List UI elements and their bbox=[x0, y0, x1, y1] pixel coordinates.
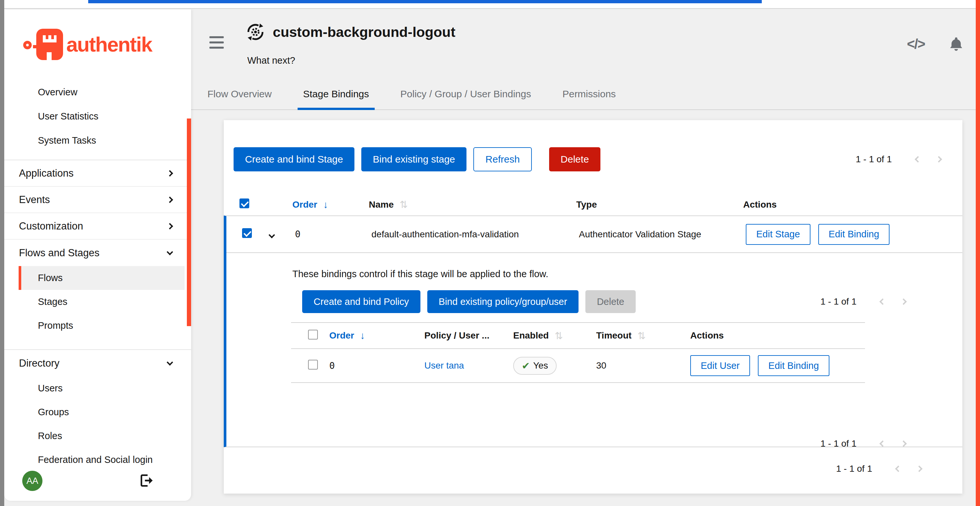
stage-toolbar: Create and bind Stage Bind existing stag… bbox=[234, 147, 949, 171]
chevron-right-icon bbox=[167, 170, 173, 177]
sidebar-item-groups[interactable]: Groups bbox=[19, 400, 185, 424]
pagination-prev-button[interactable] bbox=[872, 436, 893, 452]
edit-stage-button[interactable]: Edit Stage bbox=[746, 224, 810, 245]
policy-table-row: 0 User tana ✔ Yes 30 Edit User Edit Bind… bbox=[291, 348, 865, 383]
delete-button[interactable]: Delete bbox=[549, 147, 600, 171]
chevron-right-icon bbox=[900, 298, 907, 305]
row-type-value: Authenticator Validation Stage bbox=[579, 229, 702, 239]
brand[interactable]: authentik bbox=[23, 29, 191, 60]
column-header-name[interactable]: Name ⇅ bbox=[364, 199, 572, 210]
main-area: custom-background-logout What next? </> … bbox=[191, 10, 976, 506]
sidebar-item-roles[interactable]: Roles bbox=[19, 424, 185, 448]
pagination-prev-button[interactable] bbox=[872, 294, 893, 309]
sidebar-item-user-statistics[interactable]: User Statistics bbox=[4, 104, 191, 128]
tab-stage-bindings[interactable]: Stage Bindings bbox=[298, 79, 375, 109]
sidebar-group-events[interactable]: Events bbox=[4, 187, 191, 213]
bind-existing-stage-button[interactable]: Bind existing stage bbox=[361, 147, 466, 171]
refresh-button[interactable]: Refresh bbox=[473, 147, 532, 171]
window-top-strip bbox=[4, 0, 980, 9]
pagination-label: 1 - 1 of 1 bbox=[836, 463, 872, 474]
policy-bindings-expansion: These bindings control if this stage wil… bbox=[226, 253, 963, 447]
policy-pagination-top: 1 - 1 of 1 bbox=[820, 294, 914, 309]
policy-table: Order ↓ Policy / User ... Enabled ⇅ Time… bbox=[291, 322, 865, 383]
sidebar-scroll-indicator[interactable] bbox=[187, 119, 191, 326]
sidebar-item-users[interactable]: Users bbox=[19, 376, 185, 400]
edit-user-button[interactable]: Edit User bbox=[690, 355, 750, 376]
enabled-status-label: Yes bbox=[533, 360, 548, 371]
policy-table-header: Order ↓ Policy / User ... Enabled ⇅ Time… bbox=[291, 323, 865, 348]
stage-pagination-top: 1 - 1 of 1 bbox=[856, 151, 949, 167]
pagination-next-button[interactable] bbox=[893, 436, 914, 452]
sidebar-group-directory[interactable]: Directory bbox=[4, 350, 191, 376]
sidebar-item-system-tasks[interactable]: System Tasks bbox=[4, 128, 191, 152]
sidebar-group-flows-and-stages[interactable]: Flows and Stages bbox=[4, 240, 191, 266]
edit-binding-button[interactable]: Edit Binding bbox=[758, 355, 829, 376]
chevron-left-icon bbox=[880, 440, 886, 447]
pagination-next-button[interactable] bbox=[909, 461, 930, 477]
pagination-label: 1 - 1 of 1 bbox=[820, 438, 856, 449]
flow-process-icon bbox=[246, 22, 265, 41]
sidebar-item-flows[interactable]: Flows bbox=[19, 266, 185, 290]
pagination-prev-button[interactable] bbox=[907, 151, 928, 167]
policy-select-all-checkbox[interactable] bbox=[308, 330, 318, 339]
page-header: custom-background-logout What next? </> bbox=[191, 10, 976, 79]
avatar[interactable]: AA bbox=[22, 471, 43, 491]
hamburger-menu-icon[interactable] bbox=[209, 36, 224, 49]
stage-table-row: 0 default-authentication-mfa-validation … bbox=[226, 216, 963, 253]
notification-bell-icon[interactable] bbox=[948, 36, 964, 52]
policy-delete-button-disabled[interactable]: Delete bbox=[585, 290, 636, 313]
page-subtitle: What next? bbox=[247, 55, 295, 66]
chevron-left-icon bbox=[895, 466, 902, 472]
directory-children: Users Groups Roles Federation and Social… bbox=[4, 376, 191, 476]
page-scrollbar[interactable] bbox=[976, 0, 980, 506]
sidebar-group-customization[interactable]: Customization bbox=[4, 213, 191, 240]
api-code-icon[interactable]: </> bbox=[907, 36, 925, 52]
tab-policy-group-user-bindings[interactable]: Policy / Group / User Bindings bbox=[395, 79, 537, 109]
row-name-value: default-authentication-mfa-validation bbox=[371, 229, 519, 240]
policy-user-link[interactable]: User tana bbox=[424, 360, 464, 371]
column-header-timeout[interactable]: Timeout ⇅ bbox=[592, 330, 690, 341]
chevron-right-icon bbox=[935, 156, 942, 163]
sidebar-item-stages[interactable]: Stages bbox=[19, 290, 185, 314]
pagination-next-button[interactable] bbox=[928, 151, 949, 167]
stage-pagination-bottom: 1 - 1 of 1 bbox=[836, 461, 930, 477]
create-and-bind-stage-button[interactable]: Create and bind Stage bbox=[234, 147, 355, 171]
brand-text: authentik bbox=[66, 33, 152, 56]
policy-row-checkbox[interactable] bbox=[308, 360, 318, 370]
sidebar-top-nav: Overview User Statistics System Tasks bbox=[4, 80, 191, 152]
column-header-enabled[interactable]: Enabled ⇅ bbox=[509, 330, 592, 341]
sidebar: authentik Overview User Statistics Syste… bbox=[4, 10, 191, 501]
pagination-next-button[interactable] bbox=[893, 294, 914, 309]
select-all-checkbox[interactable] bbox=[239, 198, 249, 208]
stage-bindings-card: Create and bind Stage Bind existing stag… bbox=[224, 120, 963, 493]
stage-table-header: Order ↓ Name ⇅ Type Actions bbox=[224, 194, 963, 216]
chevron-down-icon bbox=[167, 359, 173, 366]
column-header-actions: Actions bbox=[690, 330, 865, 341]
column-header-order[interactable]: Order ↓ bbox=[288, 199, 364, 210]
pagination-label: 1 - 1 of 1 bbox=[856, 154, 892, 165]
sidebar-item-prompts[interactable]: Prompts bbox=[19, 314, 185, 338]
column-header-order[interactable]: Order ↓ bbox=[325, 330, 420, 341]
row-checkbox[interactable] bbox=[242, 228, 252, 238]
sort-both-icon: ⇅ bbox=[555, 330, 563, 341]
tab-flow-overview[interactable]: Flow Overview bbox=[202, 79, 277, 109]
header-actions: </> bbox=[907, 36, 964, 52]
sort-both-icon: ⇅ bbox=[399, 199, 408, 210]
policy-row-order-value: 0 bbox=[329, 360, 335, 371]
create-and-bind-policy-button[interactable]: Create and bind Policy bbox=[302, 290, 420, 313]
page-title: custom-background-logout bbox=[273, 24, 455, 40]
pagination-prev-button[interactable] bbox=[888, 461, 909, 477]
column-header-actions: Actions bbox=[738, 200, 963, 210]
sidebar-group-applications[interactable]: Applications bbox=[4, 160, 191, 187]
row-expander-chevron-down-icon[interactable] bbox=[269, 232, 275, 238]
sidebar-item-overview[interactable]: Overview bbox=[4, 80, 191, 104]
chevron-left-icon bbox=[915, 156, 921, 163]
edit-binding-button[interactable]: Edit Binding bbox=[818, 224, 890, 245]
check-icon: ✔ bbox=[522, 360, 530, 371]
bind-existing-policy-button[interactable]: Bind existing policy/group/user bbox=[427, 290, 579, 313]
tab-permissions[interactable]: Permissions bbox=[557, 79, 621, 109]
chevron-right-icon bbox=[167, 223, 173, 230]
chevron-right-icon bbox=[167, 197, 173, 203]
sign-out-icon[interactable] bbox=[140, 474, 154, 487]
sidebar-footer: AA bbox=[4, 468, 191, 491]
